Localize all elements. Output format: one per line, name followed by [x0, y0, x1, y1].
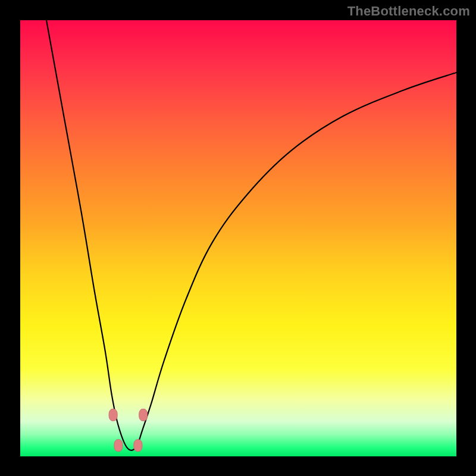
curve-marker	[139, 409, 148, 421]
watermark-text: TheBottleneck.com	[347, 4, 470, 19]
chart-svg	[20, 20, 456, 456]
curve-markers	[109, 409, 148, 451]
curve-marker	[134, 440, 142, 452]
plot-area	[20, 20, 456, 456]
curve-marker	[114, 440, 123, 452]
curve-marker	[109, 409, 117, 421]
bottleneck-curve	[46, 20, 456, 450]
